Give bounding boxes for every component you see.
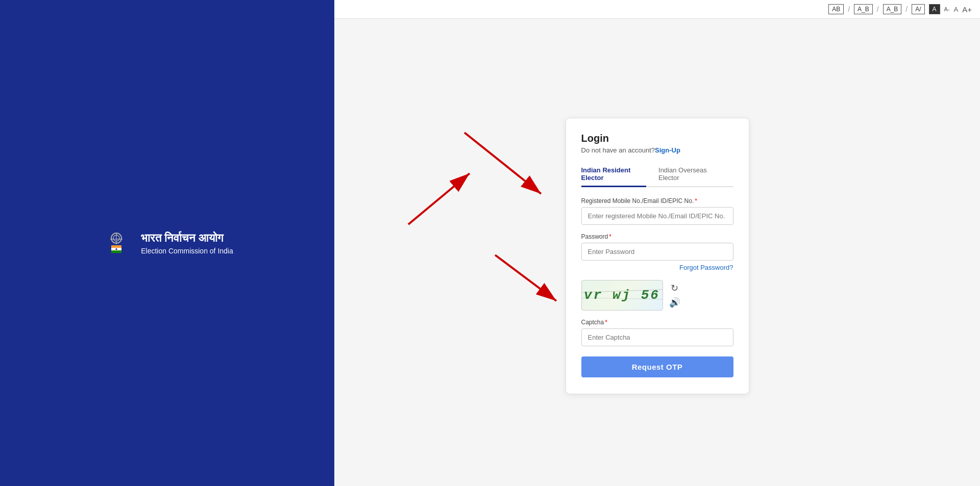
captcha-field-group: Captcha* (581, 319, 733, 346)
hindi-name: भारत निर्वाचन आयोग (141, 232, 233, 245)
login-subtitle: Do not have an account?Sign-Up (581, 146, 733, 154)
left-panel: भारत निर्वाचन आयोग Election Commission o… (0, 0, 334, 486)
contrast-ab3-button[interactable]: A_B (883, 4, 902, 14)
logo-text: भारत निर्वाचन आयोग Election Commission o… (141, 232, 233, 255)
captcha-audio-button[interactable]: 🔊 (668, 297, 681, 308)
accessibility-bar: AB / A_B / A_B / A/ A A- A A+ (334, 0, 980, 19)
captcha-refresh-button[interactable]: ↻ (668, 283, 681, 294)
password-label: Password* (581, 233, 733, 240)
mobile-label: Registered Mobile No./Email ID/EPIC No.* (581, 197, 733, 204)
subtitle-text: Do not have an account? (581, 146, 655, 154)
tab-resident-elector[interactable]: Indian Resident Elector (581, 162, 647, 187)
signup-link[interactable]: Sign-Up (655, 146, 680, 154)
svg-rect-2 (111, 245, 121, 248)
captcha-image: vr wj 56 (581, 280, 663, 311)
captcha-label: Captcha* (581, 319, 733, 326)
captcha-input[interactable] (581, 328, 733, 346)
login-card: Login Do not have an account?Sign-Up Ind… (566, 118, 749, 394)
right-panel: AB / A_B / A_B / A/ A A- A A+ (334, 0, 980, 486)
font-decrease[interactable]: A- (944, 6, 950, 12)
svg-rect-4 (111, 250, 121, 253)
login-area: Login Do not have an account?Sign-Up Ind… (334, 0, 980, 486)
font-normal[interactable]: A (954, 6, 959, 13)
arrow-to-mobile (459, 127, 551, 204)
arrow-to-password (403, 163, 485, 229)
logo-area: भारत निर्वाचन आयोग Election Commission o… (101, 228, 233, 259)
contrast-ab-button[interactable]: AB (828, 4, 844, 14)
active-a-button[interactable]: A (929, 4, 940, 14)
captcha-controls: ↻ 🔊 (668, 283, 681, 308)
font-increase[interactable]: A+ (962, 5, 972, 14)
forgot-password-link[interactable]: Forgot Password? (679, 264, 733, 271)
english-name: Election Commission of India (141, 247, 233, 255)
eci-logo-icon (101, 228, 132, 259)
captcha-section: vr wj 56 ↻ 🔊 (581, 280, 733, 311)
mobile-field-group: Registered Mobile No./Email ID/EPIC No.* (581, 197, 733, 225)
svg-point-5 (116, 248, 117, 250)
mobile-input[interactable] (581, 207, 733, 225)
normal-a-button[interactable]: A/ (912, 4, 924, 14)
tab-overseas-elector[interactable]: Indian Overseas Elector (658, 162, 721, 187)
captcha-text: vr wj 56 (584, 288, 660, 303)
contrast-ab2-button[interactable]: A_B (854, 4, 873, 14)
password-input[interactable] (581, 243, 733, 261)
login-tabs: Indian Resident Elector Indian Overseas … (581, 162, 733, 187)
request-otp-button[interactable]: Request OTP (581, 356, 733, 377)
login-title: Login (581, 133, 733, 144)
password-field-group: Password* Forgot Password? (581, 233, 733, 272)
